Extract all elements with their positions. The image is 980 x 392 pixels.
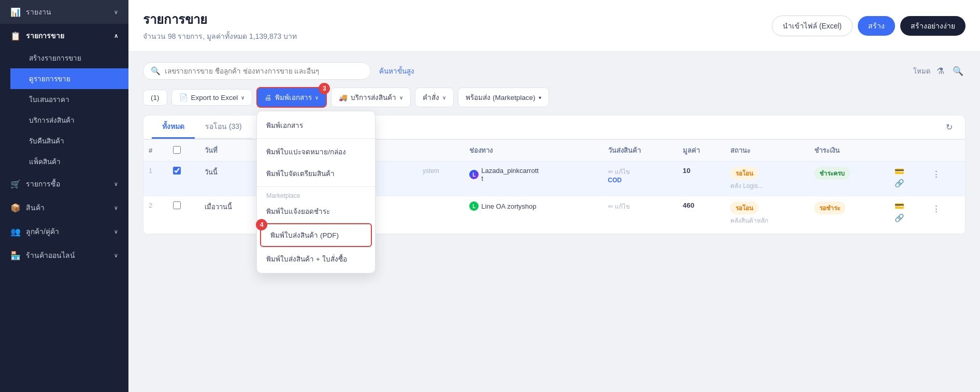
status-badge: รอโอน — [730, 167, 758, 180]
row-date: เมื่อวานนี้ — [199, 196, 265, 234]
th-num: # — [143, 140, 168, 162]
th-empty — [417, 140, 465, 162]
purchase-icon: 🛒 — [10, 179, 21, 189]
channel-icon: L — [469, 170, 479, 179]
online-store-label: ร้านค้าออนไลน์ — [26, 250, 75, 261]
selected-count-button[interactable]: (1) — [143, 90, 167, 106]
edit-delivery-link[interactable]: ✏ แก้ไข — [608, 167, 672, 177]
row-system-tag: ystem — [417, 162, 465, 196]
export-excel-button[interactable]: 📄 Export to Excel ∨ — [171, 89, 253, 106]
dropdown-print-doc[interactable]: พิมพ์เอกสาร — [257, 114, 375, 136]
chevron-down-icon: ∨ — [442, 95, 446, 100]
sidebar-sub-sales: สร้างรายการขาย ดูรายการขาย ใบเสนอราคา บร… — [0, 48, 128, 172]
command-label: คำสั่ง — [423, 92, 439, 103]
warehouse-label: คลัง Logis... — [730, 181, 804, 191]
import-excel-button[interactable]: นำเข้าไฟล์ (Excel) — [772, 16, 853, 36]
delivery-label: บริการส่งสินค้า — [29, 114, 75, 126]
sidebar-item-report[interactable]: 📊 รายงาน ∨ — [0, 0, 128, 24]
sidebar-item-view-sale[interactable]: ดูรายการขาย — [10, 68, 128, 89]
th-value: มูลค่า — [678, 140, 725, 162]
dropdown-print-tax-label: พิมพ์ใบแจ้งยอดชำระ — [266, 206, 330, 217]
sales-icon: 📋 — [10, 31, 21, 41]
cod-label: COD — [608, 177, 672, 184]
th-payment: ชำระเงิน — [809, 140, 889, 162]
tab-all[interactable]: ทั้งหมด — [152, 115, 195, 139]
sidebar-item-sales-header[interactable]: 📋 รายการขาย ∧ — [0, 24, 128, 48]
more-options-button[interactable]: ⋮ — [930, 201, 943, 216]
sidebar-item-pack[interactable]: แพ็คสินค้า — [10, 151, 128, 172]
select-all-checkbox[interactable] — [173, 146, 181, 154]
chevron-down-icon: ∨ — [241, 95, 244, 100]
tabs: ทั้งหมด รอโอน (33) — [152, 115, 252, 139]
warehouse-label: คลังสินค้าหลัก — [730, 215, 804, 225]
link-icon: 🔗 — [895, 213, 919, 223]
command-button[interactable]: คำสั่ง ∨ — [415, 88, 454, 107]
edit-delivery-link[interactable]: ✏ แก้ไข — [608, 201, 672, 211]
link-icon: 🔗 — [895, 179, 919, 188]
dropdown-print-delivery-pdf[interactable]: 4 พิมพ์ใบส่งสินค้า (PDF) — [260, 223, 372, 247]
print-docs-button[interactable]: 3 🖨 พิมพ์เอกสาร ∨ — [256, 87, 327, 108]
ready-to-ship-button[interactable]: พร้อมส่ง (Marketplace) ▾ — [458, 88, 549, 107]
filter-icon-button[interactable]: ⚗ — [934, 64, 946, 79]
selected-count-label: (1) — [151, 94, 160, 101]
view-sale-label: ดูรายการขาย — [29, 73, 70, 84]
export-excel-label: Export to Excel — [191, 94, 238, 101]
search-icon: 🔍 — [151, 66, 161, 76]
sidebar-item-quotation[interactable]: ใบเสนอราคา — [10, 89, 128, 110]
row-more: ⋮ — [925, 162, 965, 196]
tab-pending[interactable]: รอโอน (33) — [195, 115, 252, 139]
sidebar-item-customer[interactable]: 👥 ลูกค้า/คู่ค้า ∨ — [0, 220, 128, 243]
sidebar-item-purchase[interactable]: 🛒 รายการซื้อ ∨ — [0, 172, 128, 196]
chevron-down-icon: ▾ — [539, 95, 541, 100]
dropdown-print-delivery-pdf-label: พิมพ์ใบส่งสินค้า (PDF) — [270, 229, 339, 241]
search-advanced-link[interactable]: ค้นหาขั้นสูง — [379, 65, 414, 77]
print-docs-menu: พิมพ์เอกสาร พิมพ์ใบแปะจดหมาย/กล่อง พิมพ์… — [256, 111, 376, 273]
more-options-button[interactable]: ⋮ — [930, 167, 943, 182]
sidebar-item-delivery[interactable]: บริการส่งสินค้า — [10, 110, 128, 130]
dropdown-print-box[interactable]: พิมพ์ใบแปะจดหมาย/กล่อง — [257, 141, 375, 163]
channel-badge: L Line OA zortyshop — [469, 201, 597, 211]
search-input[interactable] — [165, 67, 363, 75]
customer-label: ลูกค้า/คู่ค้า — [26, 226, 59, 237]
sidebar-item-return[interactable]: รับคืนสินค้า — [10, 130, 128, 151]
chevron-icon: ∨ — [114, 228, 118, 235]
sidebar-item-product[interactable]: 📦 สินค้า ∨ — [0, 196, 128, 220]
dropdown-print-delivery-purchase-label: พิมพ์ใบส่งสินค้า + ใบสั่งซื้อ — [266, 253, 347, 265]
dropdown-print-delivery-purchase[interactable]: พิมพ์ใบส่งสินค้า + ใบสั่งซื้อ — [257, 248, 375, 270]
row-status: รอโอน คลังสินค้าหลัก — [725, 196, 809, 234]
row-payment: รอชำระ — [809, 196, 889, 234]
refresh-button[interactable]: ↻ — [942, 118, 957, 136]
dropdown-print-prepare[interactable]: พิมพ์ใบจัดเตรียมสินค้า — [257, 163, 375, 184]
row-checkbox — [168, 162, 199, 196]
row-date: วันนี้ — [199, 162, 265, 196]
purchase-label: รายการซื้อ — [26, 178, 60, 190]
page-title: รายการขาย จำนวน 98 รายการ, มูลค่าทั้งหมด… — [143, 9, 297, 42]
row-empty — [417, 196, 465, 234]
th-channel: ช่องทาง — [464, 140, 602, 162]
shipping-button[interactable]: 🚚 บริการส่งสินค้า ∨ — [331, 88, 411, 107]
th-status: สถานะ — [725, 140, 809, 162]
row-select-checkbox[interactable] — [173, 201, 181, 209]
row-delivery-date: ✏ แก้ไข — [603, 196, 678, 234]
sidebar-item-online-store[interactable]: 🏪 ร้านค้าออนไลน์ ∨ — [0, 243, 128, 267]
credit-card-icon: 💳 — [895, 201, 919, 211]
quotation-label: ใบเสนอราคา — [29, 94, 69, 105]
step4-badge: 4 — [256, 219, 267, 230]
dropdown-print-tax[interactable]: พิมพ์ใบแจ้งยอดชำระ — [257, 200, 375, 222]
row-payment: ชำระครบ — [809, 162, 889, 196]
page-header-top: รายการขาย จำนวน 98 รายการ, มูลค่าทั้งหมด… — [143, 9, 965, 42]
create-button[interactable]: สร้าง — [858, 16, 895, 36]
dropdown-divider2 — [257, 186, 375, 187]
create-easy-button[interactable]: สร้างอย่างง่าย — [900, 16, 965, 36]
dropdown-print-box-label: พิมพ์ใบแปะจดหมาย/กล่อง — [266, 146, 346, 157]
th-actions1 — [889, 140, 925, 162]
sidebar-item-create-sale[interactable]: สร้างรายการขาย — [10, 48, 128, 68]
dropdown-divider — [257, 138, 375, 139]
dropdown-print-prepare-label: พิมพ์ใบจัดเตรียมสินค้า — [266, 168, 335, 179]
customer-icon: 👥 — [10, 227, 21, 237]
search-icon-button[interactable]: 🔍 — [950, 64, 965, 79]
sidebar-item-label: รายการขาย — [26, 30, 64, 41]
row-select-checkbox[interactable] — [173, 167, 181, 175]
page-header: รายการขาย จำนวน 98 รายการ, มูลค่าทั้งหมด… — [128, 0, 980, 52]
return-label: รับคืนสินค้า — [29, 135, 64, 147]
